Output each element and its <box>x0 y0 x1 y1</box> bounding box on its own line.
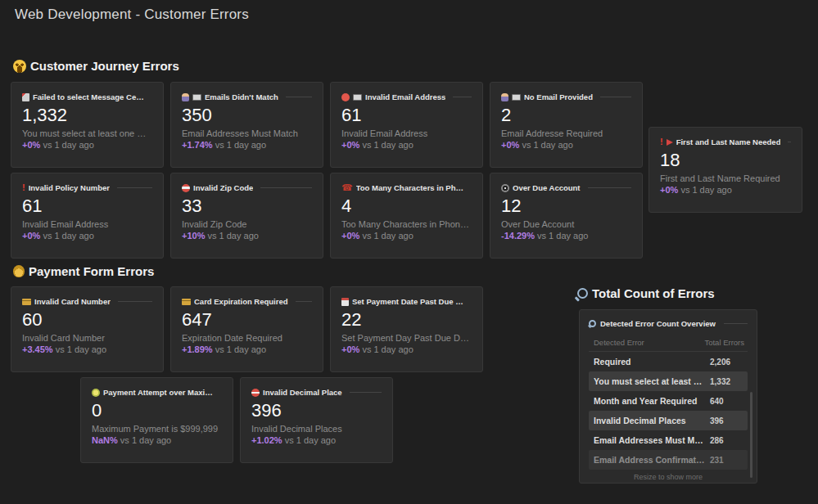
kpi-value: 396 <box>251 401 382 421</box>
kpi-value: 4 <box>341 196 472 216</box>
kpi-title: First and Last Name Needed <box>676 137 781 146</box>
email-icon <box>192 94 201 101</box>
table-row[interactable]: Invalid Decimal Places 396 <box>589 411 748 430</box>
page-title: Web Development - Customer Errors <box>15 7 249 23</box>
table-row[interactable]: Email Address Confirmation ... 231 <box>589 450 748 470</box>
kpi-subtitle: Over Due Account <box>501 219 631 229</box>
kpi-delta: +0% <box>660 185 678 195</box>
table-scrollbar[interactable] <box>750 392 752 478</box>
exclamation-icon <box>22 183 25 192</box>
kpi-card-invalid-decimal[interactable]: Invalid Decimal Place 396 Invalid Decima… <box>240 377 393 463</box>
dashboard: Web Development - Customer Errors Custom… <box>0 0 818 504</box>
error-count: 231 <box>710 456 744 465</box>
kpi-title: Invalid Decimal Place <box>263 388 342 397</box>
kpi-delta: +0% <box>22 140 40 150</box>
section-title: Payment Form Errors <box>29 264 154 278</box>
kpi-title: Invalid Zip Code <box>193 183 253 192</box>
table-row[interactable]: Month and Year Required 640 <box>589 391 748 411</box>
error-count-table-widget[interactable]: Detected Error Count Overview Detected E… <box>579 309 757 484</box>
error-count: 640 <box>710 397 744 406</box>
section-header-total-count: Total Count of Errors <box>577 286 715 300</box>
kpi-value: 60 <box>22 310 152 330</box>
error-count: 396 <box>710 416 744 425</box>
error-label: Email Addresses Must Match <box>594 435 707 445</box>
kpi-delta: +0% <box>22 231 40 241</box>
kpi-delta: +0% <box>341 231 359 241</box>
error-label: Email Address Confirmation ... <box>594 455 707 465</box>
kpi-title: Set Payment Date Past Due Date <box>352 297 464 306</box>
table-row[interactable]: Required 2,206 <box>589 352 748 371</box>
kpi-card-over-due[interactable]: Over Due Account 12 Over Due Account -14… <box>490 173 643 259</box>
kpi-period: vs 1 day ago <box>215 344 266 354</box>
kpi-subtitle: You must select at least one Me... <box>22 128 152 138</box>
kpi-period: vs 1 day ago <box>215 140 266 150</box>
kpi-card-payment-over-maximum[interactable]: Payment Attempt over Maximum Am... 0 Max… <box>80 377 233 463</box>
error-label: Invalid Decimal Places <box>594 416 707 425</box>
kpi-card-message-center[interactable]: Failed to select Message Center Option 1… <box>11 82 164 168</box>
exclamation-icon <box>660 137 663 146</box>
frustrated-face-icon <box>13 60 26 73</box>
kpi-card-card-expiration[interactable]: Card Expiration Required 647 Expiration … <box>170 286 323 372</box>
error-label: You must select at least one ... <box>594 376 707 386</box>
kpi-title: Invalid Card Number <box>34 297 111 306</box>
kpi-period: vs 1 day ago <box>120 435 171 445</box>
kpi-subtitle: Email Addresse Required <box>501 128 631 138</box>
kpi-title: Too Many Characters in Phone Number <box>356 183 464 192</box>
kpi-card-payment-date-past-due[interactable]: Set Payment Date Past Due Date 22 Set Pa… <box>330 286 483 372</box>
phone-icon <box>341 183 353 192</box>
kpi-value: 18 <box>660 151 791 170</box>
error-label: Required <box>594 357 707 367</box>
kpi-card-no-email[interactable]: No Email Provided 2 Email Addresse Requi… <box>490 82 643 168</box>
calendar-icon <box>341 298 349 306</box>
flag-icon <box>667 139 673 146</box>
kpi-delta: +1.89% <box>182 344 213 354</box>
kpi-card-emails-didnt-match[interactable]: Emails Didn't Match 350 Email Addresses … <box>170 82 323 168</box>
money-bag-icon <box>13 265 25 277</box>
magnifier-icon <box>577 288 588 299</box>
kpi-delta: NaN% <box>92 435 118 445</box>
error-label: Month and Year Required <box>594 396 707 406</box>
error-count: 1,332 <box>710 377 744 386</box>
kpi-period: vs 1 day ago <box>43 140 93 150</box>
kpi-delta: +3.45% <box>22 344 53 354</box>
table-row[interactable]: Email Addresses Must Match 286 <box>589 430 748 450</box>
error-count: 286 <box>710 436 744 445</box>
kpi-title: Invalid Policy Number <box>29 183 110 192</box>
kpi-period: vs 1 day ago <box>362 140 413 150</box>
kpi-delta: +1.74% <box>182 140 213 150</box>
section-title: Total Count of Errors <box>592 286 715 300</box>
kpi-value: 0 <box>92 401 222 421</box>
email-icon <box>353 94 362 101</box>
kpi-card-invalid-card-number[interactable]: Invalid Card Number 60 Invalid Card Numb… <box>11 286 164 372</box>
kpi-period: vs 1 day ago <box>208 231 259 241</box>
table-header-row: Detected Error Total Errors <box>589 338 748 352</box>
resize-hint: Resize to show more <box>589 473 748 481</box>
kpi-card-invalid-policy[interactable]: Invalid Policy Number 61 Invalid Email A… <box>11 173 164 259</box>
table-row[interactable]: You must select at least one ... 1,332 <box>589 371 748 391</box>
kpi-value: 22 <box>341 310 472 330</box>
kpi-delta: +10% <box>182 231 205 241</box>
kpi-subtitle: Invalid Card Number <box>22 333 152 343</box>
kpi-subtitle: Maximum Payment is $999,999 <box>92 424 222 434</box>
kpi-card-first-last-name[interactable]: First and Last Name Needed 18 First and … <box>649 127 802 213</box>
kpi-delta: +0% <box>341 344 359 354</box>
kpi-subtitle: Invalid Zip Code <box>182 219 312 229</box>
error-count: 2,206 <box>710 358 744 367</box>
kpi-title: Card Expiration Required <box>194 297 288 306</box>
person-icon <box>501 93 508 101</box>
kpi-card-invalid-email[interactable]: Invalid Email Address 61 Invalid Email A… <box>330 82 483 168</box>
kpi-value: 12 <box>501 196 631 216</box>
kpi-subtitle: Invalid Decimal Places <box>251 424 382 434</box>
kpi-subtitle: Invalid Email Address <box>22 219 152 229</box>
kpi-card-phone-too-long[interactable]: Too Many Characters in Phone Number 4 To… <box>330 173 483 259</box>
kpi-delta: +1.02% <box>251 435 282 445</box>
kpi-subtitle: Expiration Date Required <box>182 333 312 343</box>
clock-icon <box>501 184 509 192</box>
no-entry-icon <box>251 389 260 397</box>
red-circle-icon <box>341 93 350 101</box>
kpi-value: 350 <box>182 106 312 125</box>
kpi-card-invalid-zip[interactable]: Invalid Zip Code 33 Invalid Zip Code +10… <box>170 173 323 259</box>
kpi-period: vs 1 day ago <box>285 435 336 445</box>
kpi-delta: +0% <box>341 140 359 150</box>
kpi-period: vs 1 day ago <box>56 344 106 354</box>
